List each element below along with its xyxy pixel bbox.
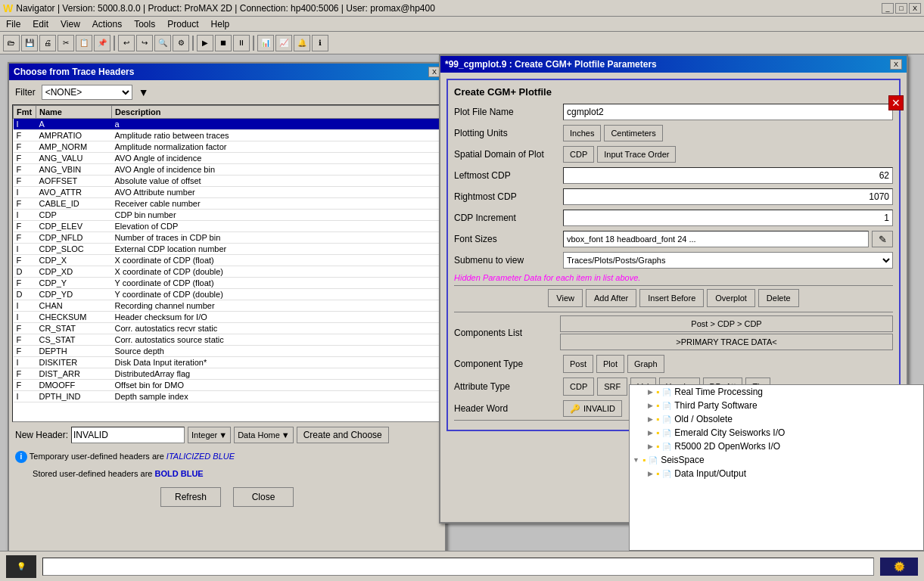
menu-product[interactable]: Product (164, 18, 201, 30)
table-row[interactable]: I A a (14, 119, 441, 130)
input-trace-order-btn[interactable]: Input Trace Order (597, 146, 676, 163)
table-row[interactable]: F DMOOFF Offset bin for DMO (14, 380, 441, 391)
toolbar-btn-11[interactable]: ▶ (197, 35, 213, 51)
menu-file[interactable]: File (3, 18, 23, 30)
filter-dropdown-arrow[interactable]: ▼ (138, 86, 149, 98)
table-row[interactable]: I CHECKSUM Header checksum for I/O (14, 312, 441, 323)
data-home-dropdown[interactable]: Data Home ▼ (234, 427, 294, 443)
table-row[interactable]: I DPTH_IND Depth sample index (14, 391, 441, 402)
tree-item[interactable]: ▶ ▪ 📄 Old / Obsolete (630, 412, 923, 426)
primary-trace-btn[interactable]: >PRIMARY TRACE DATA< (560, 334, 893, 350)
toolbar-btn-7[interactable]: ↩ (118, 35, 135, 51)
cell-desc: AVO Angle of incidence (112, 153, 441, 164)
tree-item[interactable]: ▶ ▪ 📄 Data Input/Output (630, 467, 923, 480)
plot-file-input[interactable] (563, 104, 893, 120)
submenu-select[interactable]: Traces/Plots/Posts/Graphs (563, 252, 893, 269)
maximize-btn[interactable]: □ (895, 3, 907, 14)
col-header-desc: Description (112, 106, 441, 119)
table-row[interactable]: F CDP_X X coordinate of CDP (float) (14, 255, 441, 266)
table-row[interactable]: D CDP_YD Y coordinate of CDP (double) (14, 289, 441, 300)
table-row[interactable]: I CDP_SLOC External CDP location number (14, 244, 441, 255)
trace-table-container[interactable]: Fmt Name Description I A a F AMPRATIO Am… (12, 104, 442, 422)
close-bottom-btn[interactable]: Close (233, 487, 294, 507)
toolbar-btn-15[interactable]: 📈 (275, 35, 292, 51)
post-cdp-btn[interactable]: Post > CDP > CDP (560, 315, 893, 332)
table-row[interactable]: F AMPRATIO Amplitude ratio between trace… (14, 130, 441, 141)
table-row[interactable]: D CDP_XD X coordinate of CDP (double) (14, 266, 441, 278)
cdp-increment-input[interactable] (563, 210, 893, 226)
toolbar-btn-13[interactable]: ⏸ (233, 35, 250, 51)
table-row[interactable]: F CDP_ELEV Elevation of CDP (14, 221, 441, 232)
table-row[interactable]: F ANG_VBIN AVO Angle of incidence bin (14, 164, 441, 176)
toolbar-btn-3[interactable]: 🖨 (39, 35, 56, 51)
table-row[interactable]: I DISKITER Disk Data Input iteration* (14, 357, 441, 368)
toolbar-btn-10[interactable]: ⚙ (173, 35, 189, 51)
insert-before-btn[interactable]: Insert Before (639, 289, 704, 307)
add-after-btn[interactable]: Add After (586, 289, 636, 307)
centimeters-btn[interactable]: Centimeters (604, 125, 662, 141)
table-row[interactable]: I CHAN Recording channel number (14, 300, 441, 312)
font-edit-btn[interactable]: ✎ (872, 231, 893, 247)
toolbar-btn-5[interactable]: 📋 (76, 35, 92, 51)
tree-item[interactable]: ▼ ▪ 📄 SeisSpace (630, 453, 923, 467)
cdp-spatial-btn[interactable]: CDP (563, 146, 594, 163)
cgm-dialog-close[interactable]: X (890, 59, 902, 70)
toolbar-btn-8[interactable]: ↪ (136, 35, 153, 51)
leftmost-cdp-input[interactable] (563, 167, 893, 184)
view-btn[interactable]: View (548, 289, 583, 307)
srf-btn[interactable]: SRF (597, 377, 627, 396)
filter-select[interactable]: <NONE> (42, 85, 132, 100)
post-type-btn[interactable]: Post (563, 355, 593, 373)
minimize-btn[interactable]: _ (882, 3, 894, 14)
cell-name: CS_STAT (36, 334, 112, 346)
create-and-choose-btn[interactable]: Create and Choose (297, 427, 389, 443)
tree-item[interactable]: ▶ ▪ 📄 Emerald City Seisworks I/O (630, 426, 923, 440)
menu-view[interactable]: View (58, 18, 83, 30)
menu-actions[interactable]: Actions (89, 18, 125, 30)
tree-item[interactable]: ▶ ▪ 📄 Real Time Processing (630, 385, 923, 399)
close-btn[interactable]: X (909, 3, 921, 14)
table-row[interactable]: I AVO_ATTR AVO Attribute number (14, 187, 441, 198)
plot-type-btn[interactable]: Plot (596, 355, 624, 373)
table-row[interactable]: I CDP CDP bin number (14, 210, 441, 221)
table-row[interactable]: F CDP_NFLD Number of traces in CDP bin (14, 232, 441, 244)
info-line1: Temporary user-defined headers are (30, 452, 166, 461)
toolbar-btn-16[interactable]: 🔔 (294, 35, 310, 51)
toolbar-btn-4[interactable]: ✂ (58, 35, 74, 51)
tree-item[interactable]: ▶ ▪ 📄 R5000 2D OpenWorks I/O (630, 440, 923, 453)
toolbar-btn-12[interactable]: ⏹ (215, 35, 232, 51)
new-header-input[interactable] (71, 427, 185, 443)
table-row[interactable]: F ANG_VALU AVO Angle of incidence (14, 153, 441, 164)
tree-panel[interactable]: ▶ ▪ 📄 Real Time Processing ▶ ▪ 📄 Third P… (629, 384, 924, 551)
table-row[interactable]: F DEPTH Source depth (14, 346, 441, 357)
toolbar-btn-1[interactable]: 🗁 (3, 35, 20, 51)
refresh-btn[interactable]: Refresh (160, 487, 221, 507)
overplot-btn[interactable]: Overplot (707, 289, 755, 307)
table-row[interactable]: F DIST_ARR DistributedArray flag (14, 368, 441, 380)
rightmost-cdp-input[interactable] (563, 188, 893, 205)
invalid-btn[interactable]: 🔑 INVALID (563, 400, 622, 417)
toolbar-btn-17[interactable]: ℹ (312, 35, 328, 51)
table-row[interactable]: F CR_STAT Corr. autostatics recvr static (14, 323, 441, 334)
toolbar-btn-14[interactable]: 📊 (257, 35, 274, 51)
inches-btn[interactable]: Inches (563, 125, 601, 141)
toolbar-btn-6[interactable]: 📌 (94, 35, 110, 51)
toolbar-btn-9[interactable]: 🔍 (154, 35, 171, 51)
menu-help[interactable]: Help (208, 18, 233, 30)
tree-item[interactable]: ▶ ▪ 📄 Third Party Software (630, 399, 923, 412)
type-dropdown[interactable]: Integer ▼ (188, 427, 231, 443)
menu-edit[interactable]: Edit (30, 18, 51, 30)
delete-btn[interactable]: Delete (758, 289, 799, 307)
table-row[interactable]: F AMP_NORM Amplitude normalization facto… (14, 141, 441, 153)
tree-doc-icon: 📄 (662, 415, 671, 424)
table-row[interactable]: F AOFFSET Absolute value of offset (14, 176, 441, 187)
table-row[interactable]: F CABLE_ID Receiver cable number (14, 198, 441, 210)
table-row[interactable]: F CS_STAT Corr. autostatics source stati… (14, 334, 441, 346)
menu-tools[interactable]: Tools (131, 18, 158, 30)
graph-type-btn[interactable]: Graph (627, 355, 664, 373)
table-row[interactable]: F CDP_Y Y coordinate of CDP (float) (14, 278, 441, 289)
cdp-attr-btn[interactable]: CDP (563, 377, 594, 396)
tree-expand-icon: ▶ (648, 470, 653, 477)
toolbar-btn-2[interactable]: 💾 (21, 35, 38, 51)
cgm-red-close[interactable]: ✕ (888, 95, 904, 110)
